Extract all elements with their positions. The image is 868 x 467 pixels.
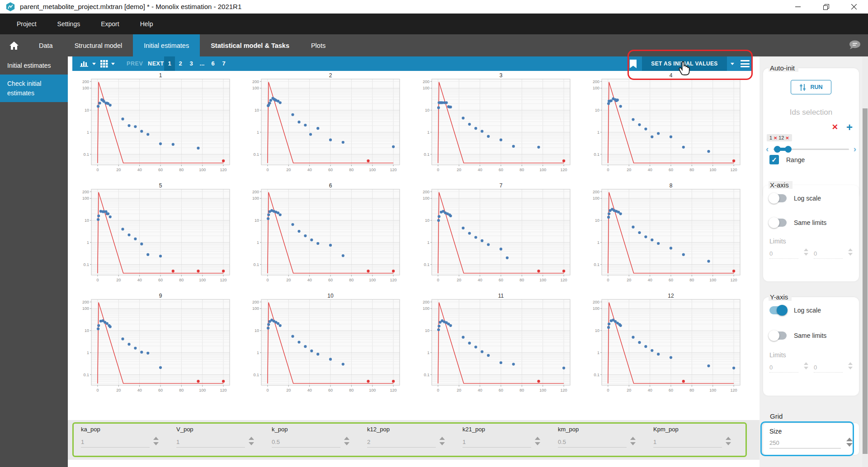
- restore-button[interactable]: [812, 0, 840, 14]
- slider-handle-min[interactable]: [774, 146, 781, 153]
- plot-type-button[interactable]: [80, 56, 89, 71]
- param-spinner[interactable]: [344, 437, 349, 445]
- remove-id-icon[interactable]: [774, 135, 777, 140]
- tab-structural-model[interactable]: Structural model: [64, 34, 133, 56]
- remove-id-icon[interactable]: [786, 135, 789, 140]
- param-value-input[interactable]: 1: [176, 439, 245, 448]
- spinner-up-icon[interactable]: [249, 437, 254, 440]
- bookmark-button[interactable]: [630, 56, 637, 71]
- plot-menu-button[interactable]: [741, 56, 750, 71]
- param-spinner[interactable]: [153, 437, 159, 445]
- panel-scrollbar[interactable]: [862, 56, 868, 467]
- svg-text:120: 120: [560, 388, 567, 392]
- spinner-up-icon[interactable]: [439, 437, 445, 440]
- spinner-down-icon[interactable]: [630, 442, 636, 445]
- spinner-down-icon[interactable]: [439, 442, 445, 445]
- spinner-up-icon[interactable]: [344, 437, 349, 440]
- menu-item-export[interactable]: Export: [90, 14, 129, 34]
- tab-plots[interactable]: Plots: [300, 34, 336, 56]
- y-limit-min-input[interactable]: 0: [769, 364, 798, 373]
- page-button-6[interactable]: 6: [208, 56, 218, 71]
- menu-item-settings[interactable]: Settings: [47, 14, 91, 34]
- svg-text:0.1: 0.1: [594, 262, 599, 267]
- svg-text:20: 20: [287, 168, 291, 172]
- y-log-scale-toggle[interactable]: [769, 306, 787, 314]
- layout-caret[interactable]: [111, 56, 115, 71]
- x-limit-max-input[interactable]: 0: [814, 250, 843, 259]
- scrollbar-thumb[interactable]: [863, 108, 868, 454]
- svg-text:0: 0: [437, 168, 439, 172]
- menu-item-help[interactable]: Help: [130, 14, 164, 34]
- svg-text:60: 60: [499, 278, 503, 282]
- layout-button[interactable]: [100, 56, 108, 71]
- x-limit-max-spinner[interactable]: [848, 248, 853, 256]
- tab-initial-estimates[interactable]: Initial estimates: [133, 34, 200, 56]
- slider-left-chevron-icon[interactable]: [766, 144, 769, 154]
- page-button-1[interactable]: 1: [164, 56, 175, 71]
- svg-text:1: 1: [257, 240, 259, 245]
- param-name: km_pop: [558, 426, 644, 433]
- param-value-input[interactable]: 1: [81, 439, 150, 448]
- param-spinner[interactable]: [630, 437, 636, 445]
- spinner-down-icon[interactable]: [535, 442, 540, 445]
- svg-text:60: 60: [328, 278, 333, 282]
- menu-item-project[interactable]: Project: [6, 14, 47, 34]
- clear-ids-icon[interactable]: [832, 122, 838, 132]
- chat-icon[interactable]: [847, 40, 862, 51]
- sidebar-item-initial-estimates[interactable]: Initial estimates: [0, 56, 68, 75]
- spinner-up-icon[interactable]: [726, 437, 731, 440]
- param-value-input[interactable]: 1: [462, 439, 531, 448]
- next-button[interactable]: NEXT: [148, 56, 164, 71]
- y-limit-max-spinner[interactable]: [848, 362, 853, 369]
- slider-right-chevron-icon[interactable]: [854, 144, 856, 154]
- minimize-button[interactable]: [784, 0, 812, 14]
- svg-text:10: 10: [255, 108, 259, 112]
- grid-size-spinner[interactable]: [846, 438, 853, 447]
- sidebar-item-check-initial-estimates[interactable]: Check initial estimates: [0, 75, 68, 102]
- page-button-7[interactable]: 7: [218, 56, 229, 71]
- tab-data[interactable]: Data: [28, 34, 64, 56]
- plot-type-caret[interactable]: [92, 56, 96, 71]
- x-same-limits-toggle[interactable]: [769, 219, 787, 227]
- home-tab[interactable]: [0, 34, 28, 56]
- y-same-limits-toggle[interactable]: [769, 332, 787, 340]
- param-spinner[interactable]: [439, 437, 445, 445]
- x-limit-min-spinner[interactable]: [804, 248, 808, 256]
- slider-handle-max[interactable]: [785, 146, 792, 153]
- x-limit-min-input[interactable]: 0: [769, 250, 798, 259]
- y-limit-min-spinner[interactable]: [804, 362, 808, 369]
- spinner-down-icon[interactable]: [249, 442, 254, 445]
- ids-range-slider[interactable]: [766, 145, 856, 153]
- spinner-down-icon[interactable]: [726, 442, 731, 445]
- grid-size-input[interactable]: 250: [769, 439, 841, 448]
- set-values-caret[interactable]: [731, 56, 734, 71]
- page-button-2[interactable]: 2: [175, 56, 186, 71]
- tab-statistical-model-tasks[interactable]: Statistical model & Tasks: [200, 34, 300, 56]
- add-ids-icon[interactable]: [846, 123, 853, 131]
- x-axis-section: X-axis Log scale Same limits Limits 0 0: [763, 185, 859, 281]
- spinner-down-icon[interactable]: [153, 442, 159, 445]
- spinner-down-icon[interactable]: [344, 442, 349, 445]
- svg-text:60: 60: [669, 388, 673, 392]
- spinner-up-icon[interactable]: [535, 437, 540, 440]
- spinner-up-icon[interactable]: [630, 437, 636, 440]
- svg-text:12: 12: [668, 293, 674, 299]
- param-value-input[interactable]: 2: [367, 439, 436, 448]
- param-value-input[interactable]: 0.5: [272, 439, 340, 448]
- param-spinner[interactable]: [535, 437, 540, 445]
- prev-button[interactable]: PREV: [127, 56, 143, 71]
- page-button-3[interactable]: 3: [186, 56, 197, 71]
- close-button[interactable]: [840, 0, 868, 14]
- range-checkbox[interactable]: [769, 155, 779, 164]
- param-value-input[interactable]: 1: [653, 439, 722, 448]
- param-value-input[interactable]: 0.5: [558, 439, 627, 448]
- spinner-up-icon[interactable]: [153, 437, 159, 440]
- svg-text:40: 40: [307, 278, 312, 282]
- x-log-scale-toggle[interactable]: [769, 194, 787, 202]
- param-spinner[interactable]: [249, 437, 254, 445]
- ids-range-tag[interactable]: 1 12: [767, 134, 792, 141]
- param-spinner[interactable]: [726, 437, 731, 445]
- run-button[interactable]: RUN: [791, 80, 831, 94]
- y-limit-max-input[interactable]: 0: [814, 364, 843, 373]
- subplot-8: 80204060801001202001001010.1: [588, 183, 747, 293]
